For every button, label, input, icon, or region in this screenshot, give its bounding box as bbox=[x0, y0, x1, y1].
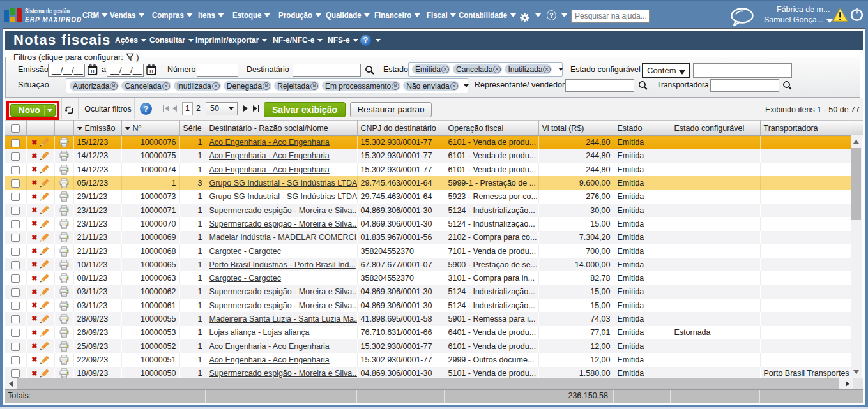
svg-text:8: 8 bbox=[91, 68, 94, 75]
svg-text:8: 8 bbox=[149, 68, 153, 75]
